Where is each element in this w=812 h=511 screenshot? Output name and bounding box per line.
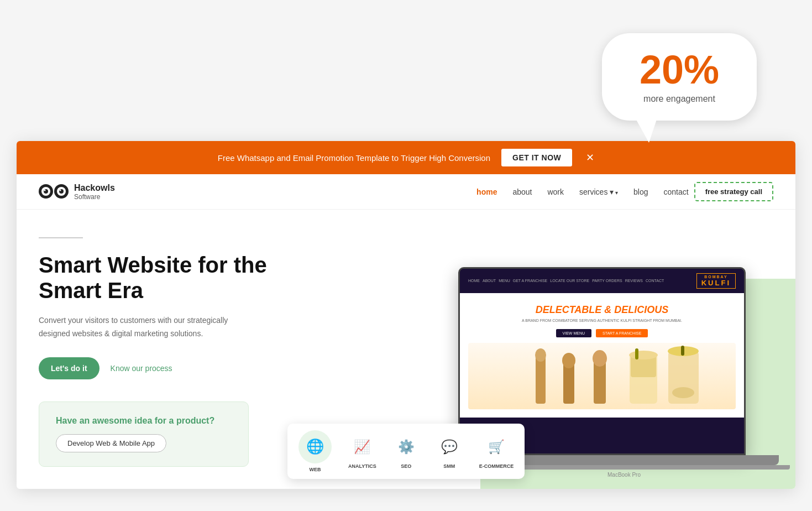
analytics-icon: 📈 xyxy=(349,434,375,460)
hero-cta: Let's do it Know our process xyxy=(39,357,293,379)
product-card-title: Have an awesome idea for a product? xyxy=(56,416,232,426)
analytics-label: ANALYTICS xyxy=(348,463,376,469)
web-icon: 🌐 xyxy=(298,430,332,463)
nav-item-blog[interactable]: blog xyxy=(633,187,648,197)
nav-link-work[interactable]: work xyxy=(547,187,564,196)
website-container: Free Whatsapp and Email Promotion Templa… xyxy=(17,141,795,489)
percent-text: 20% xyxy=(630,50,729,90)
logo-icon xyxy=(39,183,69,200)
get-it-now-button[interactable]: GET IT NOW xyxy=(501,149,572,166)
screen-logo-box: BOMBAY KULFI xyxy=(696,273,736,289)
owl-logo-svg xyxy=(39,183,69,200)
svg-point-19 xyxy=(629,351,658,359)
service-analytics: 📈 ANALYTICS xyxy=(348,434,376,469)
screen-subheadline: A BRAND FROM COIMBATORE SERVING AUTHENTI… xyxy=(468,319,736,322)
hero-title: Smart Website for the Smart Era xyxy=(39,252,293,303)
screen-view-menu-btn: VIEW MENU xyxy=(556,329,591,337)
nav-item-contact[interactable]: contact xyxy=(664,187,689,197)
seo-label: SEO xyxy=(401,463,411,469)
hero-left: Smart Website for the Smart Era Convert … xyxy=(39,210,304,489)
svg-point-16 xyxy=(593,350,607,367)
nav-link-home[interactable]: home xyxy=(476,187,497,196)
nav-link-about[interactable]: about xyxy=(512,187,532,196)
screen-headline: DELECTABLE & DELICIOUS xyxy=(468,304,736,316)
product-card: Have an awesome idea for a product? Deve… xyxy=(39,401,249,467)
svg-point-7 xyxy=(60,190,61,191)
hero-description: Convert your visitors to customers with … xyxy=(39,314,238,341)
svg-point-24 xyxy=(672,387,694,398)
promo-bar: Free Whatsapp and Email Promotion Templa… xyxy=(17,141,795,174)
screen-navbar: HOME ABOUT MENU GET A FRANCHISE LOCATE O… xyxy=(460,269,744,293)
develop-app-button[interactable]: Develop Web & Mobile App xyxy=(56,434,166,452)
nav-item-about[interactable]: about xyxy=(512,187,532,197)
free-strategy-button[interactable]: free strategy call xyxy=(694,182,773,201)
promo-text: Free Whatsapp and Email Promotion Templa… xyxy=(218,153,490,163)
nav-link-services[interactable]: services ▾ xyxy=(579,187,618,196)
nav-link-blog[interactable]: blog xyxy=(633,187,648,196)
hero-title-line1: Smart Website for the xyxy=(39,253,267,277)
screen-cta-buttons: VIEW MENU START A FRANCHISE xyxy=(468,329,736,337)
service-web: 🌐 WEB xyxy=(298,430,332,472)
screen-franchise-btn: START A FRANCHISE xyxy=(596,329,648,337)
svg-point-3 xyxy=(44,190,46,191)
ecommerce-label: e-commerce xyxy=(479,463,514,469)
smm-label: SMM xyxy=(443,463,455,469)
hero-right: HOME ABOUT MENU GET A FRANCHISE LOCATE O… xyxy=(304,210,795,489)
know-process-link[interactable]: Know our process xyxy=(111,364,172,373)
close-promo-icon[interactable]: ✕ xyxy=(586,152,594,164)
web-label: WEB xyxy=(310,467,321,472)
service-ecommerce: 🛒 e-commerce xyxy=(479,434,514,469)
navbar: Hackowls Software home about work servic… xyxy=(17,174,795,210)
logo-text: Hackowls Software xyxy=(74,182,115,201)
nav-item-home[interactable]: home xyxy=(476,187,497,197)
hero-title-line2: Smart Era xyxy=(39,278,143,303)
nav-item-work[interactable]: work xyxy=(547,187,564,197)
lets-do-it-button[interactable]: Let's do it xyxy=(39,357,99,379)
ecommerce-icon: 🛒 xyxy=(483,434,510,460)
nav-links: home about work services ▾ blog contact xyxy=(476,187,689,197)
screen-hero: DELECTABLE & DELICIOUS A BRAND FROM COIM… xyxy=(460,293,744,418)
service-smm: 💬 SMM xyxy=(436,434,463,469)
engagement-label: more engagement xyxy=(630,94,729,104)
seo-icon: ⚙️ xyxy=(393,434,420,460)
floating-services: 🌐 WEB 📈 ANALYTICS ⚙️ SEO 💬 SMM 🛒 e xyxy=(287,424,525,479)
logo: Hackowls Software xyxy=(39,182,115,201)
nav-link-contact[interactable]: contact xyxy=(664,187,689,196)
svg-point-10 xyxy=(535,348,546,362)
svg-point-13 xyxy=(562,353,575,368)
nav-item-services[interactable]: services ▾ xyxy=(579,187,618,197)
svg-rect-23 xyxy=(681,346,684,356)
screen-food-image xyxy=(468,343,736,409)
food-illustration xyxy=(491,343,713,409)
speech-bubble: 20% more engagement xyxy=(602,33,757,121)
svg-rect-20 xyxy=(635,348,638,359)
hero-divider xyxy=(39,237,83,238)
logo-name: Hackowls xyxy=(74,182,115,193)
logo-sub: Software xyxy=(74,193,115,201)
hero-section: Smart Website for the Smart Era Convert … xyxy=(17,210,795,489)
screen-logo: BOMBAY KULFI xyxy=(696,273,736,289)
service-seo: ⚙️ SEO xyxy=(393,434,420,469)
smm-icon: 💬 xyxy=(436,434,463,460)
